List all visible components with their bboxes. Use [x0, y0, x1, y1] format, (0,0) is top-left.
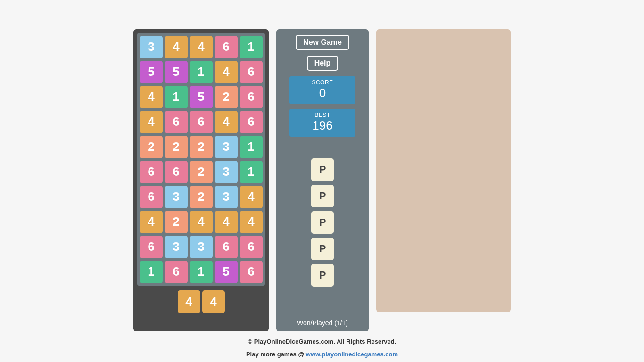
best-label: BEST: [289, 112, 355, 118]
tile[interactable]: 2: [190, 186, 213, 208]
copyright-text: © PlayOnlineDiceGames.com. All Rights Re…: [0, 338, 644, 345]
tile[interactable]: 4: [215, 61, 238, 83]
tile-row: 46646: [139, 109, 264, 134]
next-tile: 4: [178, 290, 200, 313]
tile[interactable]: 4: [190, 211, 213, 233]
best-box: BEST 196: [289, 109, 355, 137]
tile[interactable]: 6: [215, 236, 238, 258]
tile[interactable]: 6: [240, 236, 263, 258]
tile[interactable]: 4: [140, 111, 163, 133]
tile-row: 22231: [139, 134, 264, 159]
tile[interactable]: 6: [240, 86, 263, 108]
tile[interactable]: 4: [140, 86, 163, 108]
tile[interactable]: 4: [165, 36, 188, 58]
tile[interactable]: 6: [240, 261, 263, 283]
tile[interactable]: 1: [140, 261, 163, 283]
history-tile: P: [311, 238, 334, 260]
tile[interactable]: 2: [165, 211, 188, 233]
tile[interactable]: 3: [215, 161, 238, 183]
tile[interactable]: 3: [215, 136, 238, 158]
more-games-link[interactable]: www.playonlinedicegames.com: [306, 351, 398, 358]
tile[interactable]: 3: [165, 236, 188, 258]
tile[interactable]: 6: [240, 61, 263, 83]
score-label: SCORE: [289, 79, 355, 86]
tile[interactable]: 1: [240, 36, 263, 58]
tile[interactable]: 6: [240, 111, 263, 133]
tile[interactable]: 1: [240, 161, 263, 183]
board-panel: 3446155146415264664622231662316323442444…: [133, 29, 269, 331]
tile[interactable]: 6: [140, 161, 163, 183]
new-game-button[interactable]: New Game: [296, 35, 349, 50]
score-value: 0: [289, 86, 355, 100]
tile[interactable]: 3: [215, 186, 238, 208]
tile[interactable]: 4: [215, 211, 238, 233]
more-games-prefix: Play more games @: [246, 351, 306, 358]
help-button[interactable]: Help: [307, 56, 339, 71]
tile[interactable]: 3: [165, 186, 188, 208]
game-container: 3446155146415264664622231662316323442444…: [0, 0, 644, 331]
tile-row: 34461: [139, 34, 264, 59]
tile[interactable]: 2: [165, 136, 188, 158]
tile-row: 42444: [139, 209, 264, 234]
tile[interactable]: 3: [190, 236, 213, 258]
tile[interactable]: 2: [215, 86, 238, 108]
next-tiles-row: 44: [177, 286, 226, 315]
best-value: 196: [289, 118, 355, 133]
tile[interactable]: 6: [215, 36, 238, 58]
tile[interactable]: 6: [165, 111, 188, 133]
ad-panel: [376, 29, 511, 312]
history-tile: P: [311, 264, 334, 287]
tile[interactable]: 1: [190, 61, 213, 83]
tile[interactable]: 6: [165, 161, 188, 183]
tile[interactable]: 2: [140, 136, 163, 158]
footer: © PlayOnlineDiceGames.com. All Rights Re…: [0, 338, 644, 358]
tile[interactable]: 5: [215, 261, 238, 283]
tile-row: 41526: [139, 84, 264, 109]
tile[interactable]: 2: [190, 136, 213, 158]
tile[interactable]: 2: [190, 161, 213, 183]
tile[interactable]: 4: [190, 36, 213, 58]
tile-row: 66231: [139, 159, 264, 184]
more-games-line: Play more games @ www.playonlinedicegame…: [0, 351, 644, 358]
history-tile: P: [311, 211, 334, 234]
tile-row: 16156: [139, 259, 264, 284]
tile[interactable]: 1: [165, 86, 188, 108]
score-box: SCORE 0: [289, 76, 355, 104]
tile-row: 63234: [139, 184, 264, 209]
tile[interactable]: 5: [190, 86, 213, 108]
tile[interactable]: 6: [140, 236, 163, 258]
tile-row: 63366: [139, 234, 264, 259]
tile-row: 55146: [139, 59, 264, 84]
tile[interactable]: 4: [140, 211, 163, 233]
tile[interactable]: 5: [165, 61, 188, 83]
tile[interactable]: 4: [240, 186, 263, 208]
tile[interactable]: 3: [140, 36, 163, 58]
tile[interactable]: 1: [190, 261, 213, 283]
tile[interactable]: 4: [240, 211, 263, 233]
next-tile: 4: [202, 290, 225, 313]
control-panel: New Game Help SCORE 0 BEST 196 PPPPP Won…: [276, 29, 369, 331]
tile-grid: 3446155146415264664622231662316323442444…: [137, 33, 265, 286]
tile[interactable]: 6: [165, 261, 188, 283]
tile[interactable]: 6: [190, 111, 213, 133]
tile[interactable]: 4: [215, 111, 238, 133]
won-played-text: Won/Played (1/1): [297, 319, 348, 327]
history-stack: PPPPP: [311, 158, 334, 287]
tile[interactable]: 1: [240, 136, 263, 158]
history-tile: P: [311, 185, 334, 207]
history-tile: P: [311, 158, 334, 181]
tile[interactable]: 6: [140, 186, 163, 208]
tile[interactable]: 5: [140, 61, 163, 83]
